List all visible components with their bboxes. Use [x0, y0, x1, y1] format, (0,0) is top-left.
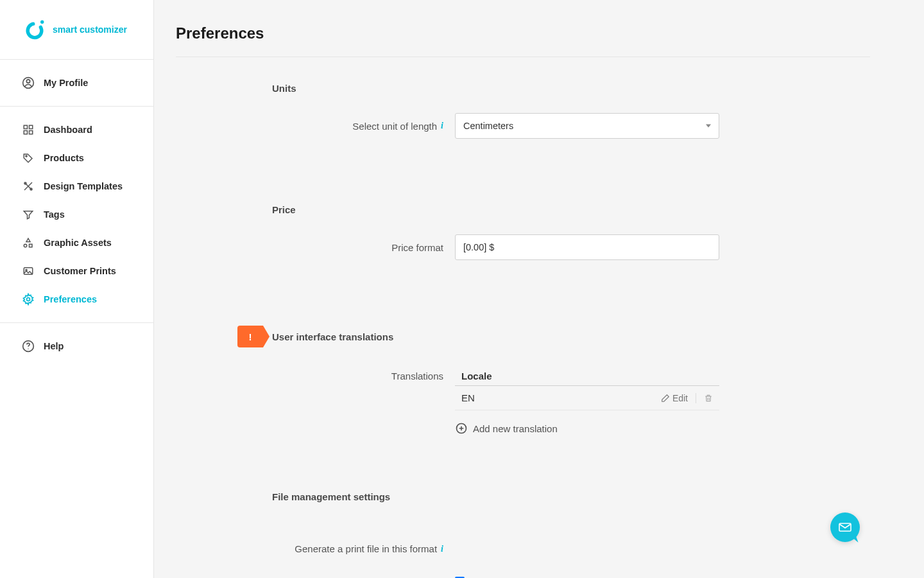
units-select-value: Centimeters [463, 121, 513, 131]
delete-translation-button[interactable] [704, 393, 713, 403]
brand-logo-icon [23, 18, 46, 41]
pencil-icon [661, 394, 670, 403]
info-icon[interactable]: i [441, 121, 443, 131]
section-files-header: File management settings [272, 491, 870, 502]
svg-rect-4 [24, 125, 27, 128]
tag-icon [22, 152, 35, 164]
units-label: Select unit of length i [176, 121, 455, 132]
svg-rect-12 [30, 244, 33, 247]
price-format-input[interactable]: [0.00] $ [455, 234, 719, 260]
chat-fab[interactable] [830, 512, 860, 542]
svg-point-0 [25, 21, 44, 40]
translations-column-header: Locale [455, 367, 719, 386]
svg-rect-6 [24, 131, 27, 134]
units-select[interactable]: Centimeters [455, 113, 719, 139]
sidebar-item-templates[interactable]: Design Templates [0, 172, 153, 200]
edit-translation-button[interactable]: Edit [661, 393, 688, 403]
svg-point-17 [28, 349, 28, 349]
sidebar-item-label: Design Templates [44, 181, 123, 191]
svg-point-15 [27, 298, 30, 301]
sidebar-item-label: My Profile [44, 78, 88, 88]
add-translation-button[interactable]: Add new translation [455, 410, 719, 435]
image-icon [22, 265, 35, 277]
sidebar-item-help[interactable]: Help [0, 332, 153, 360]
filter-icon [22, 208, 35, 221]
chevron-down-icon [706, 125, 711, 128]
sidebar-item-preferences[interactable]: Preferences [0, 285, 153, 313]
brand-name: smart customizer [53, 24, 127, 35]
help-icon [22, 340, 35, 353]
alert-icon[interactable]: ! [237, 326, 263, 347]
translations-label: Translations [176, 367, 455, 435]
price-label: Price format [176, 242, 455, 253]
user-icon [22, 76, 35, 89]
section-price-header: Price [272, 204, 870, 215]
mail-icon [837, 520, 853, 535]
main-content: Preferences Units Select unit of length … [154, 0, 924, 578]
shapes-icon [22, 236, 35, 249]
page-title: Preferences [176, 24, 870, 57]
sidebar-item-assets[interactable]: Graphic Assets [0, 229, 153, 257]
svg-point-8 [26, 155, 27, 157]
sidebar-item-label: Dashboard [44, 125, 92, 135]
sidebar: smart customizer My Profile Dashboard [0, 0, 154, 578]
section-units-header: Units [272, 83, 870, 94]
sidebar-item-products[interactable]: Products [0, 144, 153, 172]
svg-rect-5 [30, 125, 33, 128]
files-label: Generate a print file in this format i [176, 543, 455, 554]
sidebar-item-label: Graphic Assets [44, 238, 112, 248]
sidebar-item-label: Preferences [44, 294, 97, 304]
svg-point-3 [26, 80, 30, 83]
sidebar-item-profile[interactable]: My Profile [0, 69, 153, 97]
trash-icon [704, 393, 713, 403]
grid-icon [22, 123, 35, 136]
format-option-pdf: PDF [455, 572, 719, 578]
sidebar-item-label: Help [44, 341, 64, 351]
section-translations-header: ! User interface translations [237, 326, 870, 347]
svg-point-1 [40, 21, 44, 24]
tools-icon [22, 180, 35, 193]
sidebar-item-tags[interactable]: Tags [0, 200, 153, 229]
translation-locale: EN [461, 392, 475, 403]
sidebar-item-label: Products [44, 153, 84, 163]
plus-circle-icon [455, 422, 468, 435]
svg-rect-19 [839, 523, 851, 531]
sidebar-item-prints[interactable]: Customer Prints [0, 257, 153, 285]
info-icon[interactable]: i [441, 544, 443, 554]
sidebar-item-label: Customer Prints [44, 266, 116, 276]
sidebar-item-label: Tags [44, 209, 65, 220]
svg-point-11 [24, 244, 27, 247]
price-format-value: [0.00] $ [463, 242, 494, 252]
gear-icon [22, 293, 35, 306]
brand-logo[interactable]: smart customizer [0, 0, 153, 60]
translation-row: EN Edit [455, 386, 719, 410]
svg-rect-7 [30, 131, 33, 134]
sidebar-item-dashboard[interactable]: Dashboard [0, 116, 153, 144]
